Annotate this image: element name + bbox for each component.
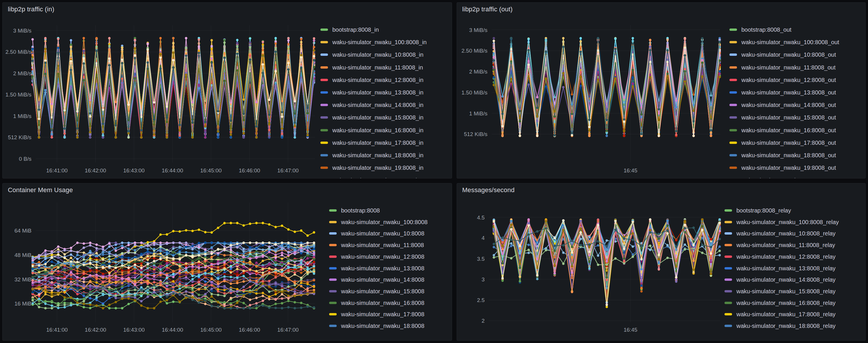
legend-item[interactable]: waku-simulator_nwaku_17:8008 bbox=[329, 311, 425, 318]
legend-item[interactable]: waku-simulator_nwaku_16:8008 bbox=[329, 299, 425, 306]
legend-item[interactable]: waku-simulator_nwaku_16:8008_in bbox=[320, 127, 424, 134]
legend-item[interactable]: waku-simulator_nwaku_15:8008 bbox=[329, 288, 425, 295]
legend-item[interactable]: bootstrap:8008 bbox=[329, 207, 380, 214]
legend-item[interactable]: waku-simulator_nwaku_13:8008_in bbox=[320, 89, 424, 96]
legend-item[interactable]: waku-simulator_nwaku_11:8008 bbox=[329, 241, 424, 249]
x-tick-label: 16:47:00 bbox=[277, 167, 299, 174]
legend-label: waku-simulator_nwaku_16:8008 bbox=[341, 299, 425, 306]
legend-label: waku-simulator_nwaku_14:8008 bbox=[341, 276, 425, 283]
series-color-swatch bbox=[724, 256, 732, 258]
legend-item[interactable]: waku-simulator_nwaku_11:8008_out bbox=[730, 64, 835, 71]
legend-label: waku-simulator_nwaku_15:8008_in bbox=[332, 114, 424, 121]
y-tick-label: 4 bbox=[482, 235, 485, 241]
series-color-swatch bbox=[730, 79, 737, 81]
legend-label: bootstrap:8008_out bbox=[741, 26, 791, 33]
legend-label: waku-simulator_nwaku_10:8008_out bbox=[741, 51, 836, 58]
legend-item[interactable]: waku-simulator_nwaku_16:8008_relay bbox=[724, 299, 835, 306]
legend-item[interactable]: waku-simulator_nwaku_1:8008_in bbox=[320, 177, 420, 178]
series-color-swatch bbox=[724, 302, 732, 304]
legend-item[interactable]: waku-simulator_nwaku_13:8008 bbox=[329, 265, 425, 272]
legend-item[interactable]: waku-simulator_nwaku_12:8008_out bbox=[730, 77, 836, 83]
panel-title[interactable]: Messages/second bbox=[462, 186, 515, 194]
legend-item[interactable]: waku-simulator_nwaku_18:8008_out bbox=[730, 152, 836, 159]
legend-item[interactable]: waku-simulator_nwaku_17:8008_in bbox=[320, 139, 424, 146]
legend-item[interactable]: waku-simulator_nwaku_14:8008 bbox=[329, 276, 425, 283]
y-tick-label: 2.50 MiB/s bbox=[5, 49, 31, 55]
legend-item[interactable]: waku-simulator_nwaku_14:8008_out bbox=[730, 102, 836, 108]
series-color-swatch bbox=[730, 104, 737, 106]
legend-item[interactable]: waku-simulator_nwaku_100:8008_out bbox=[730, 39, 839, 46]
legend-item[interactable]: waku-simulator_nwaku_12:8008 bbox=[329, 253, 425, 260]
legend-label: waku-simulator_nwaku_13:8008_out bbox=[741, 89, 836, 96]
legend-item[interactable]: waku-simulator_nwaku_14:8008_relay bbox=[724, 276, 835, 283]
legend-label: waku-simulator_nwaku_13:8008_relay bbox=[736, 265, 835, 272]
panel-title[interactable]: libp2p traffic (out) bbox=[462, 5, 513, 13]
series-lines bbox=[31, 37, 315, 139]
panel-title[interactable]: libp2p traffic (in) bbox=[8, 5, 54, 13]
legend-item[interactable]: waku-simulator_nwaku_13:8008_out bbox=[730, 89, 836, 96]
panel-libp2p-traffic-out: libp2p traffic (out) 3 MiB/s2.50 MiB/s2 … bbox=[457, 2, 866, 178]
y-tick-label: 1 MiB/s bbox=[13, 113, 31, 119]
legend-label: waku-simulator_nwaku_16:8008_relay bbox=[736, 299, 835, 306]
legend-label: waku-simulator_nwaku_17:8008_relay bbox=[736, 311, 835, 318]
series-color-swatch bbox=[724, 209, 732, 211]
legend-item[interactable]: waku-simulator_nwaku_17:8008_relay bbox=[724, 311, 835, 318]
series-color-swatch bbox=[329, 313, 337, 315]
series-color-swatch bbox=[320, 129, 328, 132]
legend-item[interactable]: waku-simulator_nwaku_17:8008_out bbox=[730, 139, 836, 146]
legend-label: waku-simulator_nwaku_11:8008_in bbox=[332, 64, 423, 71]
legend-item[interactable]: waku-simulator_nwaku_1:8008_out bbox=[730, 177, 833, 178]
legend-item[interactable]: waku-simulator_nwaku_15:8008_out bbox=[730, 114, 836, 121]
legend-item[interactable]: waku-simulator_nwaku_19:8008_in bbox=[320, 164, 424, 171]
series-color-swatch bbox=[320, 54, 328, 56]
series-color-swatch bbox=[329, 267, 337, 269]
legend-item[interactable]: waku-simulator_nwaku_19:8008_out bbox=[730, 164, 836, 171]
legend-label: waku-simulator_nwaku_1:8008_out bbox=[741, 177, 833, 178]
series-color-swatch bbox=[730, 142, 737, 144]
series-color-swatch bbox=[329, 221, 337, 223]
legend-item[interactable]: waku-simulator_nwaku_11:8008_in bbox=[320, 64, 423, 71]
y-tick-label: 2.5 bbox=[477, 297, 485, 303]
legend-item[interactable]: waku-simulator_nwaku_10:8008 bbox=[329, 230, 425, 237]
legend-item[interactable]: waku-simulator_nwaku_15:8008_relay bbox=[724, 288, 835, 295]
legend-item[interactable]: waku-simulator_nwaku_14:8008_in bbox=[320, 102, 424, 108]
legend-label: waku-simulator_nwaku_12:8008_out bbox=[741, 77, 836, 83]
y-tick-label: 16 MiB bbox=[14, 301, 32, 307]
legend-item[interactable]: waku-simulator_nwaku_100:8008 bbox=[329, 219, 428, 226]
series-color-swatch bbox=[724, 279, 732, 281]
legend-item[interactable]: waku-simulator_nwaku_16:8008_out bbox=[730, 127, 836, 134]
legend-item[interactable]: waku-simulator_nwaku_12:8008_in bbox=[320, 77, 424, 83]
x-tick-label: 16:45 bbox=[624, 167, 637, 174]
legend-label: waku-simulator_nwaku_17:8008_out bbox=[741, 139, 836, 146]
legend-label: waku-simulator_nwaku_11:8008_out bbox=[741, 64, 835, 71]
legend-item[interactable]: waku-simulator_nwaku_12:8008_relay bbox=[724, 253, 835, 260]
legend-item[interactable]: bootstrap:8008_in bbox=[320, 26, 379, 33]
legend-item[interactable]: bootstrap:8008_relay bbox=[724, 207, 791, 214]
legend-label: waku-simulator_nwaku_13:8008_in bbox=[332, 89, 424, 96]
legend-item[interactable]: waku-simulator_nwaku_10:8008_out bbox=[730, 51, 836, 58]
series-color-swatch bbox=[320, 142, 328, 144]
legend-item[interactable]: waku-simulator_nwaku_11:8008_relay bbox=[724, 241, 835, 249]
legend-item[interactable]: waku-simulator_nwaku_10:8008_relay bbox=[724, 230, 835, 237]
legend-item[interactable]: waku-simulator_nwaku_18:8008_relay bbox=[724, 322, 835, 329]
legend-label: waku-simulator_nwaku_16:8008_in bbox=[332, 127, 424, 134]
legend-label: waku-simulator_nwaku_17:8008 bbox=[341, 311, 425, 318]
legend-item[interactable]: waku-simulator_nwaku_18:8008_in bbox=[320, 152, 424, 159]
legend-label: waku-simulator_nwaku_15:8008_relay bbox=[736, 288, 835, 295]
series-color-swatch bbox=[329, 279, 337, 281]
panel-title[interactable]: Container Mem Usage bbox=[8, 186, 73, 194]
series-lines bbox=[493, 218, 721, 308]
legend-label: waku-simulator_nwaku_18:8008_relay bbox=[736, 322, 835, 329]
series-color-swatch bbox=[320, 41, 328, 43]
series-color-swatch bbox=[724, 290, 732, 292]
series-color-swatch bbox=[730, 154, 737, 156]
legend-item[interactable]: bootstrap:8008_out bbox=[730, 26, 791, 33]
legend-item[interactable]: waku-simulator_nwaku_13:8008_relay bbox=[724, 265, 835, 272]
series-lines bbox=[31, 222, 315, 309]
legend-item[interactable]: waku-simulator_nwaku_18:8008 bbox=[329, 322, 425, 329]
y-tick-label: 2 bbox=[482, 318, 485, 324]
legend-item[interactable]: waku-simulator_nwaku_10:8008_in bbox=[320, 51, 424, 58]
legend-item[interactable]: waku-simulator_nwaku_100:8008_in bbox=[320, 39, 427, 46]
legend-item[interactable]: waku-simulator_nwaku_100:8008_relay bbox=[724, 219, 839, 226]
legend-item[interactable]: waku-simulator_nwaku_15:8008_in bbox=[320, 114, 424, 121]
